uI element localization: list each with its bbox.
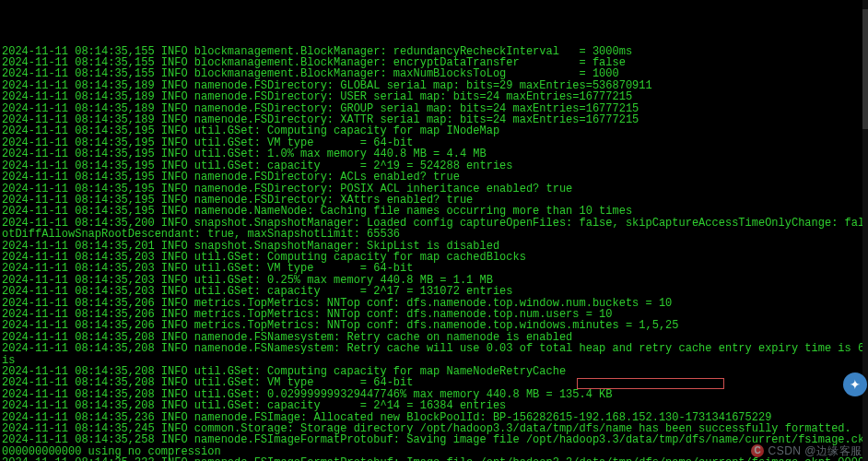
log-line: 2024-11-11 08:14:35,189 INFO namenode.FS… — [2, 91, 868, 102]
log-line: otDiffAllowSnapRootDescendant: true, max… — [2, 229, 868, 240]
log-line: 2024-11-11 08:14:35,155 INFO blockmanage… — [2, 68, 868, 79]
assistant-float-icon[interactable]: ✦ — [843, 372, 867, 396]
csdn-logo-icon: C — [751, 444, 764, 457]
csdn-watermark: C CSDN @边缘客服 — [751, 444, 862, 457]
terminal-output[interactable]: 2024-11-11 08:14:35,155 INFO blockmanage… — [2, 46, 868, 461]
log-line: 2024-11-11 08:14:35,195 INFO namenode.FS… — [2, 171, 868, 183]
log-line: 2024-11-11 08:14:35,206 INFO metrics.Top… — [2, 320, 868, 331]
log-line: 2024-11-11 08:14:35,195 INFO util.GSet: … — [2, 125, 868, 136]
log-line: 2024-11-11 08:14:35,203 INFO util.GSet: … — [2, 286, 868, 297]
log-line: 2024-11-11 08:14:35,208 INFO util.GSet: … — [2, 377, 868, 388]
log-line: 2024-11-11 08:14:35,208 INFO namenode.FS… — [2, 343, 868, 354]
scrollbar-thumb[interactable] — [862, 9, 868, 129]
watermark-text: CSDN @边缘客服 — [768, 445, 862, 456]
log-line: 2024-11-11 08:14:35,203 INFO util.GSet: … — [2, 263, 868, 274]
log-line: 2024-11-11 08:14:35,333 INFO namenode.FS… — [2, 457, 868, 461]
sparkle-icon: ✦ — [850, 379, 861, 390]
log-line: 2024-11-11 08:14:35,208 INFO util.GSet: … — [2, 400, 868, 411]
log-line: 2024-11-11 08:14:35,258 INFO namenode.FS… — [2, 434, 868, 445]
log-line: 2024-11-11 08:14:35,195 INFO util.GSet: … — [2, 148, 868, 160]
log-line: 2024-11-11 08:14:35,195 INFO namenode.Na… — [2, 206, 868, 217]
